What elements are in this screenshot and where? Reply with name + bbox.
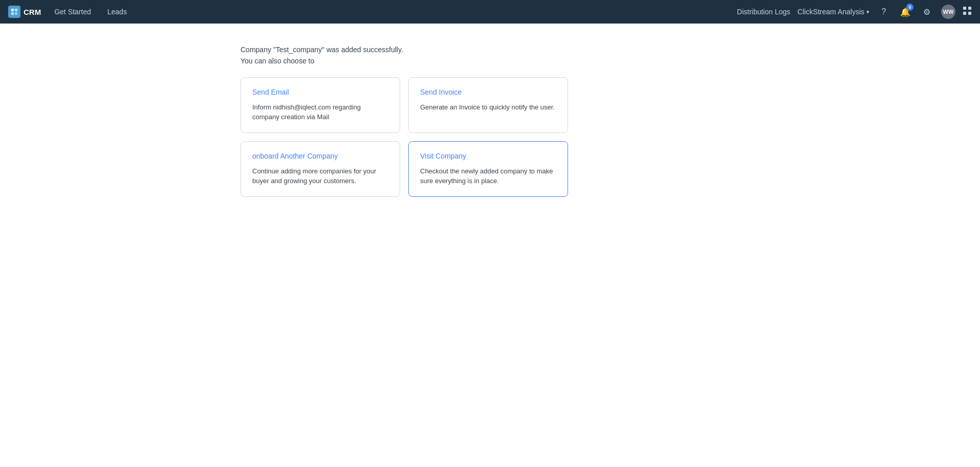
send-invoice-card[interactable]: Send Invoice Generate an Invoice to quic… (408, 77, 568, 133)
nav-get-started[interactable]: Get Started (51, 6, 94, 18)
distribution-logs-link[interactable]: Distribution Logs (737, 8, 790, 16)
question-icon: ? (882, 7, 886, 16)
send-invoice-title: Send Invoice (420, 88, 556, 96)
onboard-company-card[interactable]: onboard Another Company Continue adding … (241, 141, 400, 197)
action-cards-grid: Send Email Inform nidhish@iqlect.com reg… (241, 77, 568, 197)
send-email-card[interactable]: Send Email Inform nidhish@iqlect.com reg… (241, 77, 400, 133)
gear-icon: ⚙ (923, 7, 930, 17)
send-email-description: Inform nidhish@iqlect.com regarding comp… (252, 102, 388, 122)
svg-rect-7 (968, 12, 971, 15)
svg-rect-1 (15, 9, 17, 11)
chevron-down-icon: ▾ (866, 9, 869, 15)
main-content: Company "Test_company" was added success… (0, 24, 980, 197)
navbar-left: CRM Get Started Leads (8, 6, 130, 18)
send-email-title: Send Email (252, 88, 388, 96)
success-line-2: You can also choose to (241, 55, 980, 66)
svg-rect-0 (11, 9, 14, 11)
svg-rect-4 (963, 7, 966, 10)
svg-rect-3 (15, 12, 17, 15)
svg-rect-5 (968, 7, 971, 10)
navbar: CRM Get Started Leads Distribution Logs … (0, 0, 980, 24)
notification-badge: 0 (906, 4, 913, 11)
send-invoice-description: Generate an Invoice to quickly notify th… (420, 102, 556, 113)
brand-name: CRM (24, 8, 41, 16)
success-message: Company "Test_company" was added success… (241, 44, 980, 67)
navbar-right: Distribution Logs ClickStream Analysis ▾… (737, 5, 972, 19)
avatar[interactable]: WW (941, 5, 955, 19)
nav-leads[interactable]: Leads (104, 6, 130, 18)
help-button[interactable]: ? (877, 5, 891, 19)
brand[interactable]: CRM (8, 6, 41, 18)
clickstream-analysis-link[interactable]: ClickStream Analysis ▾ (797, 8, 869, 16)
onboard-company-description: Continue adding more companies for your … (252, 166, 388, 186)
visit-company-card[interactable]: Visit Company Checkout the newly added c… (408, 141, 568, 197)
clickstream-label: ClickStream Analysis (797, 8, 864, 16)
settings-button[interactable]: ⚙ (920, 5, 934, 19)
brand-icon (8, 6, 20, 18)
svg-rect-2 (11, 12, 14, 15)
visit-company-title: Visit Company (420, 152, 556, 160)
svg-rect-6 (963, 12, 966, 15)
success-line-1: Company "Test_company" was added success… (241, 44, 980, 55)
onboard-company-title: onboard Another Company (252, 152, 388, 160)
grid-apps-button[interactable] (963, 6, 972, 17)
visit-company-description: Checkout the newly added company to make… (420, 166, 556, 186)
notifications-button[interactable]: 🔔 0 (898, 5, 912, 19)
